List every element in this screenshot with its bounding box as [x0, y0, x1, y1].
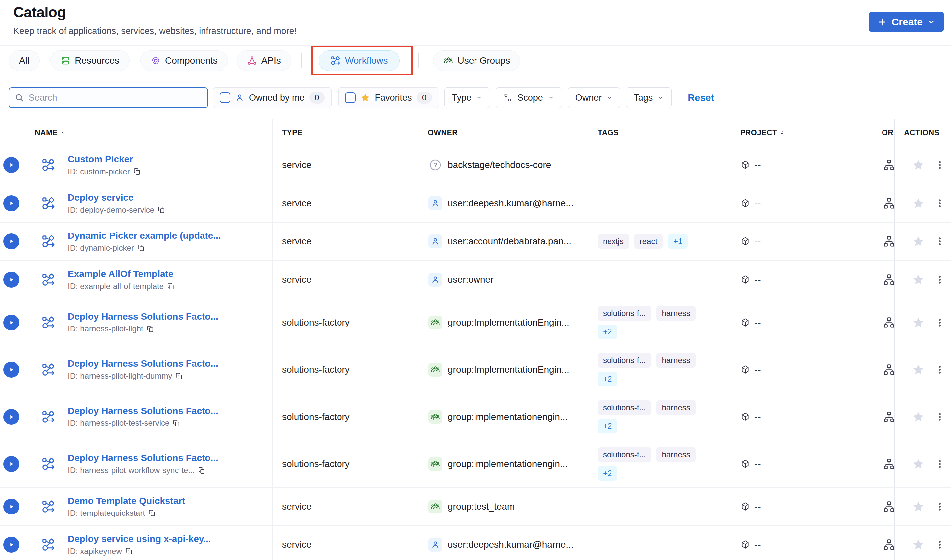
table-row[interactable]: Custom Picker ID: custom-picker service … [0, 146, 951, 185]
favorite-star-icon[interactable] [912, 411, 925, 423]
org-chart-icon[interactable] [883, 273, 894, 286]
reset-filters-link[interactable]: Reset [688, 92, 714, 103]
execute-workflow-button[interactable] [3, 157, 19, 173]
more-tags-pill[interactable]: +2 [597, 372, 617, 386]
more-tags-pill[interactable]: +1 [668, 234, 688, 249]
copy-icon[interactable] [133, 168, 141, 175]
scope-filter-dropdown[interactable]: Scope [496, 87, 562, 108]
chevron-down-icon [476, 94, 482, 101]
type-filter-dropdown[interactable]: Type [444, 87, 491, 108]
more-tags-pill[interactable]: +2 [597, 419, 617, 434]
execute-workflow-button[interactable] [3, 315, 19, 331]
table-row[interactable]: Deploy Harness Solutions Facto... ID: ha… [0, 393, 951, 440]
table-row[interactable]: Example AllOf Template ID: example-all-o… [0, 261, 951, 299]
org-chart-icon[interactable] [883, 316, 894, 329]
copy-icon[interactable] [167, 282, 174, 290]
favorite-star-icon[interactable] [912, 316, 925, 329]
table-row[interactable]: Deploy service ID: deploy-demo-service s… [0, 185, 951, 223]
kebab-menu-icon[interactable] [935, 459, 945, 469]
kebab-menu-icon[interactable] [935, 540, 945, 550]
workflow-name-link[interactable]: Deploy service using x-api-key... [68, 534, 211, 545]
favorite-star-icon[interactable] [912, 159, 925, 171]
favorite-star-icon[interactable] [912, 235, 925, 248]
workflow-name-link[interactable]: Deploy Harness Solutions Facto... [68, 406, 218, 416]
table-row[interactable]: Deploy Harness Solutions Facto... ID: ha… [0, 299, 951, 346]
table-row[interactable]: Deploy Harness Solutions Facto... ID: ha… [0, 346, 951, 393]
favorite-star-icon[interactable] [912, 538, 925, 551]
workflow-name-link[interactable]: Example AllOf Template [68, 269, 174, 279]
tab-components[interactable]: Components [140, 51, 228, 71]
workflow-name-link[interactable]: Dynamic Picker example (update... [68, 231, 221, 241]
copy-icon[interactable] [137, 244, 145, 252]
workflow-name-link[interactable]: Deploy Harness Solutions Facto... [68, 358, 218, 369]
project-value: -- [755, 317, 761, 328]
execute-workflow-button[interactable] [3, 537, 19, 553]
kebab-menu-icon[interactable] [935, 275, 945, 285]
org-chart-icon[interactable] [883, 235, 894, 248]
org-chart-icon[interactable] [883, 538, 894, 551]
execute-workflow-button[interactable] [3, 234, 19, 249]
table-row[interactable]: Deploy service using x-api-key... ID: xa… [0, 526, 951, 560]
search-input[interactable] [9, 87, 208, 108]
tab-workflows[interactable]: Workflows [318, 51, 400, 71]
tags-filter-dropdown[interactable]: Tags [626, 87, 672, 108]
kebab-menu-icon[interactable] [935, 317, 945, 328]
favorites-checkbox[interactable] [345, 92, 356, 103]
workflow-name-link[interactable]: Custom Picker [68, 154, 141, 165]
favorite-star-icon[interactable] [912, 500, 925, 513]
favorites-filter[interactable]: Favorites 0 [338, 87, 439, 108]
workflow-id: ID: custom-picker [68, 167, 141, 176]
copy-icon[interactable] [147, 325, 154, 333]
execute-workflow-button[interactable] [3, 362, 19, 378]
org-chart-icon[interactable] [883, 500, 894, 513]
workflow-name-link[interactable]: Deploy Harness Solutions Facto... [68, 453, 218, 463]
type-cell: service [273, 146, 422, 184]
workflow-name-link[interactable]: Deploy service [68, 192, 165, 203]
kebab-menu-icon[interactable] [935, 198, 945, 208]
tab-apis[interactable]: APIs [237, 51, 291, 71]
execute-workflow-button[interactable] [3, 409, 19, 425]
copy-icon[interactable] [157, 206, 165, 214]
kebab-menu-icon[interactable] [935, 412, 945, 422]
kebab-menu-icon[interactable] [935, 237, 945, 246]
copy-icon[interactable] [198, 467, 205, 474]
org-chart-icon[interactable] [883, 411, 894, 423]
copy-icon[interactable] [125, 548, 133, 555]
table-row[interactable]: Dynamic Picker example (update... ID: dy… [0, 223, 951, 261]
column-header-project[interactable]: PROJECT [732, 119, 878, 146]
kebab-menu-icon[interactable] [935, 502, 945, 511]
copy-icon[interactable] [173, 420, 180, 427]
table-row[interactable]: Deploy Harness Solutions Facto... ID: ha… [0, 440, 951, 488]
owner-filter-dropdown[interactable]: Owner [568, 87, 621, 108]
table-row[interactable]: Demo Template Quickstart ID: templatequi… [0, 488, 951, 526]
execute-workflow-button[interactable] [3, 456, 19, 472]
org-chart-icon[interactable] [883, 197, 894, 209]
favorite-star-icon[interactable] [912, 363, 925, 376]
owned-by-me-checkbox[interactable] [220, 92, 230, 103]
workflow-name-link[interactable]: Deploy Harness Solutions Facto... [68, 311, 218, 322]
kebab-menu-icon[interactable] [935, 365, 945, 375]
execute-workflow-button[interactable] [3, 272, 19, 288]
copy-icon[interactable] [148, 509, 156, 517]
org-chart-icon[interactable] [883, 159, 894, 171]
org-chart-icon[interactable] [883, 458, 894, 470]
tab-user-groups[interactable]: User Groups [433, 51, 521, 71]
more-tags-pill[interactable]: +2 [597, 466, 617, 481]
more-tags-pill[interactable]: +2 [597, 325, 617, 339]
create-button[interactable]: Create [869, 12, 944, 32]
table-header-row: NAME TYPE OWNER TAGS PROJECT OR ACTIONS [0, 119, 951, 146]
favorite-star-icon[interactable] [912, 197, 925, 209]
org-chart-icon[interactable] [883, 363, 894, 376]
workflow-name-link[interactable]: Demo Template Quickstart [68, 495, 185, 506]
tab-resources[interactable]: Resources [50, 51, 130, 71]
favorite-star-icon[interactable] [912, 273, 925, 286]
execute-workflow-button[interactable] [3, 498, 19, 514]
column-header-name[interactable]: NAME [0, 119, 273, 146]
execute-workflow-button[interactable] [3, 195, 19, 211]
favorite-star-icon[interactable] [912, 458, 925, 470]
tab-all[interactable]: All [9, 51, 40, 71]
owned-by-me-filter[interactable]: Owned by me 0 [213, 87, 332, 108]
copy-icon[interactable] [175, 372, 183, 380]
kebab-menu-icon[interactable] [935, 160, 945, 170]
type-value: solutions-factory [282, 365, 350, 375]
